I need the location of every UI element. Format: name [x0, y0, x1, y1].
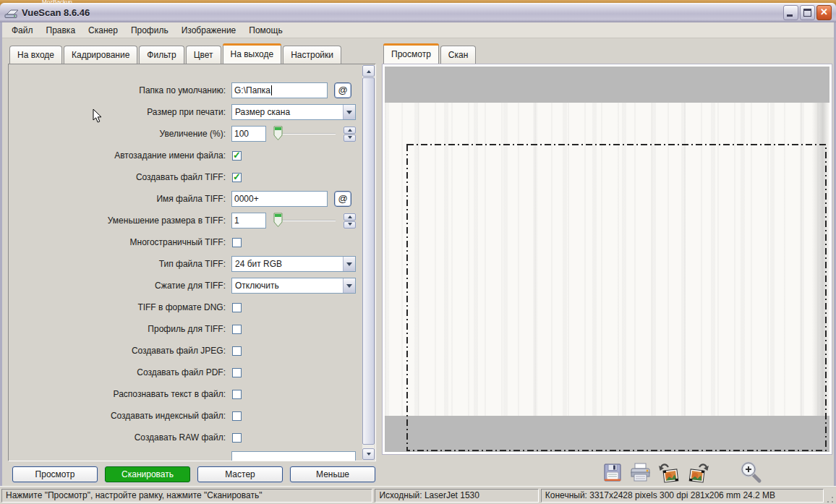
field-control-tiff-profile [231, 325, 356, 334]
slider-tiff-size-reduction[interactable] [273, 213, 338, 228]
menu-item-6[interactable]: Помощь [242, 24, 289, 37]
less-button[interactable]: Меньше [290, 466, 375, 482]
field-control-create-jpeg [231, 346, 356, 356]
status-bar: Нажмите "Просмотр", настройте рамку, наж… [0, 486, 836, 504]
tab-prefs[interactable]: Настройки [283, 46, 341, 64]
input-default-folder[interactable]: G:\Папка [231, 82, 328, 98]
slider-track [275, 220, 336, 221]
wizard-button[interactable]: Мастер [197, 466, 283, 482]
spin-up-button[interactable] [344, 213, 356, 221]
slider-scale[interactable] [273, 126, 338, 142]
scroll-up-button[interactable] [362, 65, 375, 77]
at-button-default-folder[interactable]: @ [334, 82, 351, 98]
action-button-row: ПросмотрСканироватьМастерМеньше [12, 466, 375, 482]
checkmark-icon: ✓ [233, 171, 241, 182]
tab-crop[interactable]: Кадрирование [64, 46, 137, 64]
combo-arrow-tiff-compression[interactable] [343, 278, 355, 293]
scrollbar-thumb[interactable] [362, 77, 375, 445]
spin-up-button[interactable] [344, 127, 356, 134]
settings-scrollbar[interactable] [362, 65, 375, 460]
checkbox-create-pdf[interactable] [232, 368, 242, 377]
combo-printed-size[interactable]: Размер скана [231, 104, 356, 120]
checkbox-tiff-multi-page[interactable] [232, 238, 242, 247]
field-control-create-tiff: ✓ [231, 173, 356, 182]
checkbox-create-index-file[interactable] [232, 411, 242, 421]
field-row-create-index-file: Создавать индексный файл: [9, 405, 364, 427]
input-tiff-size-reduction[interactable]: 1 [231, 213, 266, 228]
rotate-left-icon[interactable] [658, 461, 681, 484]
field-control-printed-size: Размер скана [231, 104, 356, 120]
preview-frame [382, 64, 832, 455]
checkbox-tiff-profile[interactable] [232, 325, 242, 334]
scroll-down-button[interactable] [362, 448, 375, 460]
field-row-ocr-text-file: Распознавать текст в файл: [9, 383, 364, 405]
zoom-in-icon[interactable] [739, 461, 764, 485]
menu-bar: ФайлПравкаСканерПрофильИзображениеПомощь [2, 22, 834, 38]
combo-tiff-compression[interactable]: Отключить [231, 278, 356, 294]
close-icon: ✕ [817, 7, 831, 17]
menu-item-1[interactable]: Файл [5, 24, 40, 37]
preview-area[interactable] [385, 67, 829, 452]
input-scale[interactable]: 100 [231, 126, 266, 142]
field-row-tiff-dng: TIFF в формате DNG: [9, 296, 364, 318]
print-icon[interactable] [629, 462, 652, 484]
combo-tiff-file-type[interactable]: 24 бит RGB [231, 256, 356, 272]
field-control-auto-file-name: ✓ [231, 151, 356, 161]
tab-output[interactable]: На выходе [223, 43, 282, 64]
tab-color[interactable]: Цвет [186, 46, 221, 64]
checkbox-create-raw-file[interactable] [232, 433, 242, 443]
resize-grip[interactable] [826, 495, 835, 504]
field-control-tiff-file-name: 0000+@ [231, 191, 356, 207]
chevron-up-icon [348, 127, 352, 132]
maximize-icon [803, 9, 811, 17]
tab-preview[interactable]: Просмотр [383, 43, 439, 64]
minimize-icon [787, 14, 793, 17]
settings-rows: Папка по умолчанию:G:\Папка@Размер при п… [9, 80, 364, 461]
menu-item-2[interactable]: Правка [40, 24, 82, 37]
field-control-default-folder: G:\Папка@ [231, 82, 356, 98]
field-control-create-pdf [231, 368, 356, 377]
maximize-button[interactable] [800, 5, 815, 20]
menu-item-4[interactable]: Профиль [124, 24, 175, 37]
combo-arrow-printed-size[interactable] [343, 105, 355, 119]
slider-thumb[interactable] [273, 213, 283, 230]
input-clipped-field[interactable] [231, 451, 356, 461]
field-control-tiff-file-type: 24 бит RGB [231, 256, 356, 272]
tab-filter[interactable]: Фильтр [139, 46, 184, 64]
combo-arrow-tiff-file-type[interactable] [343, 257, 355, 271]
titlebar[interactable]: VueScan 8.6.46 ✕ [0, 3, 836, 22]
menu-item-3[interactable]: Сканер [82, 24, 124, 37]
chevron-down-icon [346, 111, 352, 117]
output-settings-panel: Папка по умолчанию:G:\Папка@Размер при п… [8, 64, 376, 461]
field-control-tiff-size-reduction: 1 [231, 213, 356, 228]
save-icon[interactable] [602, 462, 623, 484]
slider-thumb[interactable] [273, 126, 283, 143]
spin-down-button[interactable] [344, 134, 356, 142]
checkbox-create-jpeg[interactable] [232, 346, 242, 356]
spin-down-button[interactable] [344, 221, 356, 228]
preview-toolbar [602, 461, 764, 485]
field-row-auto-file-name: Автозадание имени файла:✓ [9, 145, 364, 166]
field-label-tiff-multi-page: Многостраничный TIFF: [9, 237, 231, 247]
checkbox-create-tiff[interactable]: ✓ [232, 173, 242, 182]
crop-marquee[interactable] [406, 144, 827, 451]
preview-button[interactable]: Просмотр [12, 466, 98, 482]
spinner-scale [344, 127, 356, 142]
checkbox-tiff-dng[interactable] [232, 303, 242, 312]
rotate-right-icon[interactable] [687, 461, 709, 484]
input-tiff-file-name[interactable]: 0000+ [231, 191, 328, 207]
menu-item-5[interactable]: Изображение [175, 24, 243, 37]
tab-input[interactable]: На входе [9, 46, 62, 64]
close-button[interactable]: ✕ [816, 5, 832, 20]
mouse-cursor [93, 108, 103, 124]
at-button-tiff-file-name[interactable]: @ [334, 191, 351, 207]
checkbox-ocr-text-file[interactable] [232, 390, 242, 399]
field-control-tiff-dng [231, 303, 356, 312]
minimize-button[interactable] [783, 5, 798, 20]
scanned-page-image[interactable] [385, 103, 829, 416]
checkbox-auto-file-name[interactable]: ✓ [232, 151, 242, 161]
field-control-tiff-multi-page [231, 238, 356, 247]
tab-scan[interactable]: Скан [440, 46, 476, 64]
scan-button[interactable]: Сканировать [105, 466, 190, 482]
field-label-tiff-compression: Сжатие для TIFF: [9, 281, 231, 291]
